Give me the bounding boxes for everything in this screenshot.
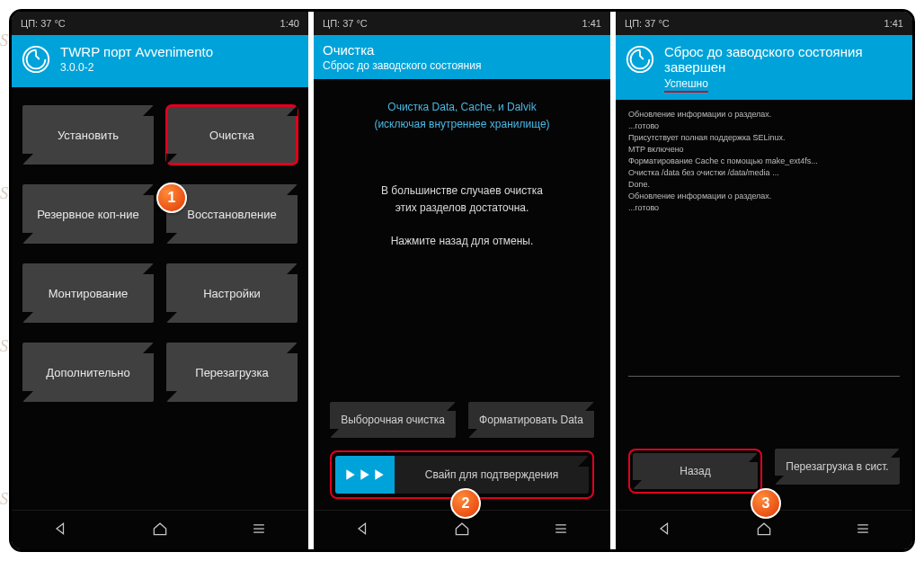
header-sub: Сброс до заводского состояния bbox=[323, 59, 481, 72]
header-sub: 3.0.0-2 bbox=[60, 61, 213, 74]
header-text: Очистка Сброс до заводского состояния bbox=[323, 42, 481, 72]
chevron-right-icon bbox=[373, 468, 386, 481]
log-line: Присутствует полная поддержка SELinux. bbox=[628, 132, 900, 144]
install-button[interactable]: Установить bbox=[22, 105, 154, 165]
back-icon[interactable] bbox=[656, 520, 674, 541]
twrp-logo-icon bbox=[21, 44, 51, 75]
log-line: Очистка /data без очистки /data/media ..… bbox=[628, 167, 900, 179]
log-line: ...готово bbox=[628, 120, 900, 132]
back-button[interactable]: Назад bbox=[633, 453, 758, 489]
header: Очистка Сброс до заводского состояния bbox=[314, 35, 610, 79]
wipe-screen: Очистка Data, Cache, и Dalvik (исключая … bbox=[314, 79, 610, 510]
header: Сброс до заводского состояния завершен У… bbox=[616, 35, 912, 100]
log-line: ...готово bbox=[628, 202, 900, 214]
status-time: 1:41 bbox=[884, 18, 903, 29]
log-output: Обновление информации о разделах. ...гот… bbox=[628, 109, 900, 214]
menu-icon[interactable] bbox=[854, 520, 872, 541]
menu-icon[interactable] bbox=[250, 520, 268, 541]
triptych-container: ЦП: 37 °C 1:40 TWRP порт Avvenimento 3.0… bbox=[9, 9, 915, 552]
header-title: TWRP порт Avvenimento bbox=[60, 44, 213, 59]
marker-2: 2 bbox=[450, 488, 481, 519]
settings-button[interactable]: Настройки bbox=[166, 263, 298, 323]
header-status: Успешно bbox=[664, 77, 903, 93]
nav-bar bbox=[12, 510, 308, 549]
back-highlight: Назад bbox=[628, 449, 762, 494]
advanced-wipe-button[interactable]: Выборочная очистка bbox=[330, 402, 456, 438]
home-icon[interactable] bbox=[453, 520, 471, 541]
result-screen: Обновление информации о разделах. ...гот… bbox=[616, 100, 912, 511]
swipe-label: Свайп для подтверждения bbox=[395, 468, 589, 481]
status-bar: ЦП: 37 °C 1:40 bbox=[12, 12, 308, 35]
status-cpu: ЦП: 37 °C bbox=[323, 18, 368, 29]
link-line-1: Очистка Data, Cache, и Dalvik bbox=[387, 101, 536, 113]
menu-icon[interactable] bbox=[552, 520, 570, 541]
back-icon[interactable] bbox=[354, 520, 372, 541]
log-line: Done. bbox=[628, 179, 900, 191]
status-bar: ЦП: 37 °C 1:41 bbox=[616, 12, 912, 35]
log-line: Форматирование Cache с помощью make_ext4… bbox=[628, 156, 900, 167]
reboot-button[interactable]: Перезагрузка bbox=[166, 343, 298, 402]
wipe-button[interactable]: Очистка bbox=[166, 105, 298, 165]
reboot-system-button[interactable]: Перезагрузка в сист. bbox=[775, 449, 900, 485]
header: TWRP порт Avvenimento 3.0.0-2 bbox=[12, 35, 308, 87]
marker-3: 3 bbox=[751, 488, 781, 519]
swipe-handle[interactable] bbox=[335, 456, 395, 494]
header-text: Сброс до заводского состояния завершен У… bbox=[664, 44, 903, 93]
note-line: В большинстве случаев очистка bbox=[381, 184, 543, 197]
twrp-logo-icon bbox=[625, 44, 655, 75]
chevron-right-icon bbox=[344, 468, 357, 481]
chevron-right-icon bbox=[359, 468, 371, 481]
header-title: Сброс до заводского состояния завершен bbox=[664, 44, 903, 76]
advanced-button[interactable]: Дополнительно bbox=[22, 343, 154, 402]
link-line-2: (исключая внутреннее хранилище) bbox=[374, 118, 549, 130]
home-icon[interactable] bbox=[151, 520, 169, 541]
note-line: этих разделов достаточна. bbox=[395, 201, 529, 214]
back-icon[interactable] bbox=[52, 520, 70, 541]
status-time: 1:40 bbox=[280, 18, 299, 29]
backup-button[interactable]: Резервное коп-ние bbox=[22, 184, 154, 244]
screen-1: ЦП: 37 °C 1:40 TWRP порт Avvenimento 3.0… bbox=[12, 12, 308, 549]
log-line: Обновление информации о разделах. bbox=[628, 191, 900, 202]
status-time: 1:41 bbox=[582, 18, 601, 29]
log-line: Обновление информации о разделах. bbox=[628, 109, 900, 120]
format-data-button[interactable]: Форматировать Data bbox=[468, 402, 594, 438]
status-cpu: ЦП: 37 °C bbox=[21, 18, 66, 29]
status-cpu: ЦП: 37 °C bbox=[625, 18, 670, 29]
marker-1: 1 bbox=[156, 183, 187, 213]
log-line: MTP включено bbox=[628, 144, 900, 156]
wipe-description-link[interactable]: Очистка Data, Cache, и Dalvik (исключая … bbox=[330, 99, 594, 132]
header-title: Очистка bbox=[323, 42, 481, 58]
screen-3: ЦП: 37 °C 1:41 Сброс до заводского состо… bbox=[610, 12, 912, 549]
progress-bar bbox=[628, 376, 900, 377]
screen-2: ЦП: 37 °C 1:41 Очистка Сброс до заводско… bbox=[308, 12, 610, 549]
header-text: TWRP порт Avvenimento 3.0.0-2 bbox=[60, 44, 213, 74]
note-line: Нажмите назад для отмены. bbox=[391, 235, 534, 247]
mount-button[interactable]: Монтирование bbox=[22, 263, 154, 323]
home-icon[interactable] bbox=[755, 520, 773, 541]
wipe-note: В большинстве случаев очистка этих разде… bbox=[330, 183, 594, 249]
main-menu: Установить Очистка Резервное коп-ние Вос… bbox=[12, 87, 308, 510]
status-bar: ЦП: 37 °C 1:41 bbox=[314, 12, 610, 35]
